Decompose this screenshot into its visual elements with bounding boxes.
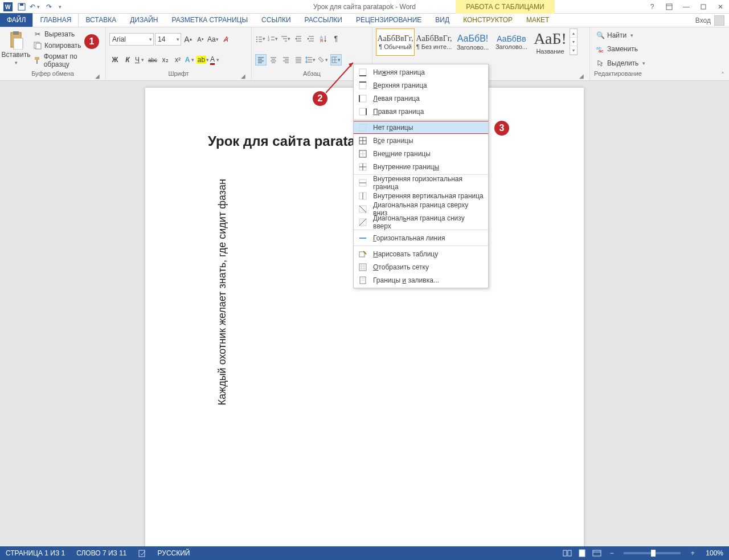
grow-font-icon[interactable]: A▴ (182, 34, 194, 45)
menu-horizontal-line[interactable]: Горизонтальная линия (354, 231, 488, 244)
svg-rect-107 (568, 550, 571, 556)
show-marks-icon[interactable]: ¶ (330, 33, 342, 44)
gridlines-icon (358, 263, 367, 272)
menu-inside-borders[interactable]: Внутренние границы (354, 160, 488, 173)
styles-launcher-icon[interactable]: ◢ (578, 72, 585, 79)
sort-button[interactable]: AЯ (318, 33, 329, 44)
help-icon[interactable]: ? (644, 0, 661, 14)
italic-button[interactable]: К (122, 54, 133, 66)
find-button[interactable]: 🔍Найти▾ (593, 30, 637, 41)
menu-top-border[interactable]: Верхняя граница (354, 79, 488, 92)
menu-outside-borders[interactable]: Внешние границы (354, 147, 488, 160)
styles-gallery-scroll[interactable]: ▴▾▾ (570, 28, 578, 55)
zoom-slider[interactable] (624, 552, 681, 554)
tab-insert[interactable]: ВСТАВКА (79, 13, 123, 27)
svg-rect-76 (359, 124, 366, 131)
menu-borders-shading[interactable]: Границы и заливка... (354, 273, 488, 287)
minimize-icon[interactable]: — (678, 0, 695, 14)
numbering-button[interactable]: 12▾ (268, 33, 279, 44)
menu-right-border[interactable]: Правая граница (354, 105, 488, 118)
tab-references[interactable]: ССЫЛКИ (255, 13, 297, 27)
bold-button[interactable]: Ж (109, 54, 121, 66)
draw-table-icon (358, 250, 367, 259)
avatar-icon (714, 15, 724, 26)
tab-file[interactable]: ФАЙЛ (0, 13, 32, 27)
line-spacing-button[interactable]: ▾ (305, 54, 317, 66)
view-read-icon[interactable] (560, 546, 575, 560)
group-clipboard-label: Буфер обмена (31, 70, 74, 77)
change-case-button[interactable]: Aa▾ (207, 34, 219, 45)
style-title[interactable]: АаБ!Название (531, 28, 570, 56)
superscript-button[interactable]: x² (172, 54, 183, 66)
qat-customize-icon[interactable]: ▾ (57, 4, 63, 10)
underline-button[interactable]: Ч▾ (134, 54, 146, 66)
restore-icon[interactable] (695, 0, 712, 14)
indent-decrease-icon[interactable] (293, 33, 304, 44)
tab-page-layout[interactable]: РАЗМЕТКА СТРАНИЦЫ (165, 13, 255, 27)
svg-marker-32 (308, 38, 309, 40)
menu-no-border[interactable]: Нет границы (354, 121, 488, 134)
word-icon: W (2, 1, 14, 13)
menu-draw-table[interactable]: Нарисовать таблицу (354, 247, 488, 260)
clear-format-icon[interactable]: A̷ (220, 34, 231, 45)
style-heading2[interactable]: АаБбВвЗаголово... (492, 28, 531, 56)
font-name-combo[interactable]: Arial▾ (109, 33, 154, 46)
status-language[interactable]: РУССКИЙ (152, 549, 196, 557)
menu-all-borders[interactable]: Все границы (354, 134, 488, 147)
menu-view-gridlines[interactable]: Отобразить сетку (354, 260, 488, 273)
view-web-icon[interactable] (589, 546, 604, 560)
view-print-icon[interactable] (575, 546, 589, 560)
svg-rect-68 (359, 69, 366, 76)
save-icon[interactable] (16, 1, 27, 13)
multilevel-button[interactable]: ▾ (280, 33, 292, 44)
status-words[interactable]: СЛОВО 7 ИЗ 11 (71, 549, 132, 557)
tab-constructor[interactable]: КОНСТРУКТОР (456, 13, 519, 27)
zoom-in-icon[interactable]: + (685, 546, 700, 560)
redo-icon[interactable]: ↷ (43, 1, 55, 13)
select-button[interactable]: Выделить▾ (593, 58, 649, 69)
align-right-icon[interactable] (280, 54, 292, 66)
paste-button[interactable]: Вставить ▾ (3, 28, 28, 68)
highlight-button[interactable]: ab▾ (197, 54, 208, 66)
font-size-combo[interactable]: 14▾ (155, 33, 181, 46)
tab-table-layout[interactable]: МАКЕТ (519, 13, 556, 27)
menu-left-border[interactable]: Левая граница (354, 92, 488, 105)
bullets-button[interactable]: ▾ (255, 33, 267, 44)
shrink-font-icon[interactable]: A▾ (195, 34, 206, 45)
replace-button[interactable]: abacЗаменить (593, 43, 640, 55)
collapse-ribbon-icon[interactable]: ˄ (721, 71, 724, 79)
zoom-out-icon[interactable]: − (604, 546, 619, 560)
tab-review[interactable]: РЕЦЕНЗИРОВАНИЕ (349, 13, 428, 27)
menu-diagonal-up[interactable]: Диагональная граница снизу вверх (354, 215, 488, 228)
status-proofing-icon[interactable] (133, 549, 152, 557)
ribbon-options-icon[interactable] (661, 0, 678, 14)
tab-mailings[interactable]: РАССЫЛКИ (298, 13, 349, 27)
style-no-spacing[interactable]: АаБбВвГг,¶ Без инте... (415, 28, 453, 56)
tab-view[interactable]: ВИД (428, 13, 456, 27)
svg-rect-8 (13, 31, 19, 35)
clipboard-launcher-icon[interactable]: ◢ (94, 72, 101, 79)
tab-design[interactable]: ДИЗАЙН (123, 13, 165, 27)
style-normal[interactable]: АаБбВвГг,¶ Обычный (376, 28, 415, 56)
svg-marker-60 (305, 62, 308, 63)
font-launcher-icon[interactable]: ◢ (240, 72, 247, 79)
text-effects-button[interactable]: A▾ (185, 54, 196, 66)
close-icon[interactable]: ✕ (712, 0, 729, 14)
tab-home[interactable]: ГЛАВНАЯ (32, 13, 79, 27)
zoom-level[interactable]: 100% (700, 549, 729, 557)
signin-area[interactable]: Вход (695, 14, 724, 27)
undo-icon[interactable]: ↶▾ (30, 1, 41, 13)
align-justify-icon[interactable] (293, 54, 304, 66)
group-editing-label: Редактирование (594, 70, 642, 77)
menu-inside-horizontal[interactable]: Внутренняя горизонтальная граница (354, 176, 488, 189)
subscript-button[interactable]: x₂ (159, 54, 171, 66)
style-heading1[interactable]: АаБбВ!Заголово... (453, 28, 492, 56)
strike-button[interactable]: abc (147, 54, 158, 66)
align-center-icon[interactable] (268, 54, 279, 66)
indent-increase-icon[interactable] (305, 33, 317, 44)
align-left-icon[interactable] (255, 54, 267, 66)
font-color-button[interactable]: A▾ (210, 54, 221, 66)
format-painter-button[interactable]: Формат по образцу (31, 51, 102, 70)
status-page[interactable]: СТРАНИЦА 1 ИЗ 1 (0, 549, 71, 557)
menu-bottom-border[interactable]: Нижняя граница (354, 66, 488, 79)
